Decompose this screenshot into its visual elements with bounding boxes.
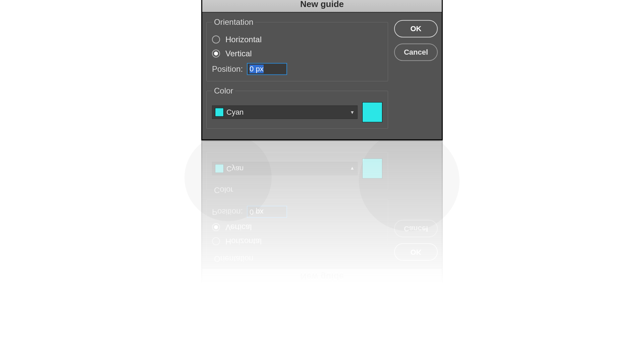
dialog-title: New guide [202, 0, 442, 13]
radio-icon [212, 50, 220, 58]
cancel-button[interactable]: Cancel [394, 44, 438, 61]
orientation-vertical-option[interactable]: Vertical [212, 49, 382, 58]
position-label: Position: [212, 64, 243, 74]
position-input[interactable] [247, 63, 287, 75]
color-group: Color Cyan ▼ [206, 86, 388, 129]
color-select[interactable]: Cyan ▼ [212, 106, 358, 119]
orientation-group: Orientation Horizontal Vertical Position… [206, 17, 388, 81]
orientation-horizontal-option[interactable]: Horizontal [212, 35, 382, 44]
color-select-swatch-icon [215, 108, 224, 117]
dialog-body: Orientation Horizontal Vertical Position… [202, 13, 442, 139]
color-select-label: Cyan [226, 108, 350, 117]
color-swatch[interactable] [362, 102, 382, 122]
radio-icon [212, 36, 220, 44]
orientation-vertical-label: Vertical [225, 49, 252, 58]
orientation-horizontal-label: Horizontal [225, 35, 262, 44]
ok-button[interactable]: OK [394, 20, 438, 38]
chevron-down-icon: ▼ [350, 110, 355, 115]
new-guide-dialog: New guide Orientation Horizontal Vertica… [201, 0, 443, 140]
color-legend: Color [212, 86, 235, 96]
position-row: Position: [212, 63, 382, 75]
orientation-legend: Orientation [212, 17, 255, 27]
dialog-reflection: New guide Orientation Horizontal Vertica… [201, 140, 443, 286]
